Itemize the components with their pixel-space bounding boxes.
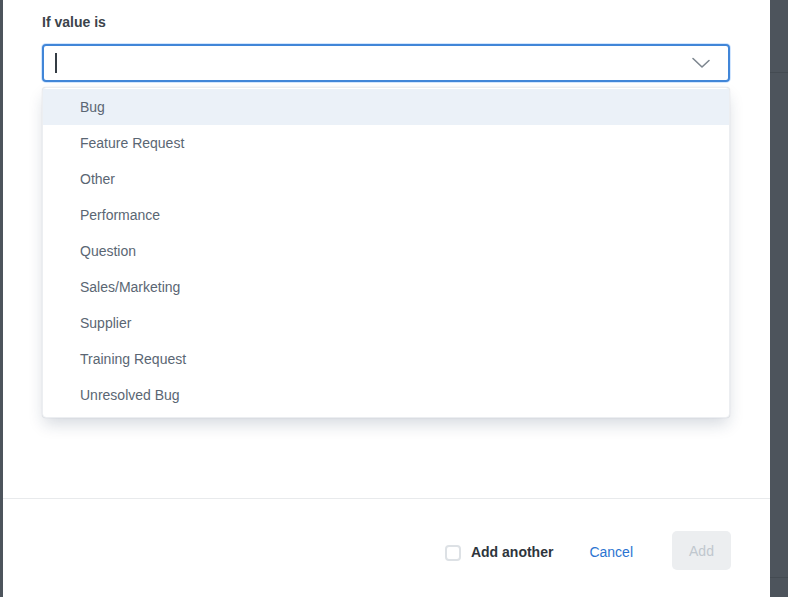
backdrop-row-divider <box>770 72 788 73</box>
modal-backdrop-right <box>770 0 788 597</box>
value-combobox-input[interactable] <box>42 44 730 82</box>
add-button[interactable]: Add <box>672 531 731 570</box>
cancel-button[interactable]: Cancel <box>589 544 633 560</box>
add-another-label[interactable]: Add another <box>471 544 553 560</box>
footer-divider <box>3 498 770 499</box>
dropdown-option[interactable]: Training Request <box>43 341 729 377</box>
modal-footer: Add another Cancel Add <box>445 531 731 570</box>
dropdown-option[interactable]: Performance <box>43 197 729 233</box>
dropdown-option[interactable]: Question <box>43 233 729 269</box>
dropdown-option[interactable]: Other <box>43 161 729 197</box>
modal-backdrop-left <box>0 0 3 597</box>
dropdown-menu: BugFeature RequestOtherPerformanceQuesti… <box>42 87 730 418</box>
dropdown-option[interactable]: Sales/Marketing <box>43 269 729 305</box>
dropdown-option[interactable]: Bug <box>43 89 729 125</box>
dropdown-option[interactable]: Supplier <box>43 305 729 341</box>
add-another-checkbox[interactable] <box>445 545 461 561</box>
chevron-down-icon[interactable] <box>690 55 712 71</box>
field-label: If value is <box>42 14 106 30</box>
backdrop-row-divider <box>770 577 788 578</box>
text-cursor <box>55 53 57 73</box>
dropdown-option[interactable]: Unresolved Bug <box>43 377 729 413</box>
dropdown-option[interactable]: Feature Request <box>43 125 729 161</box>
